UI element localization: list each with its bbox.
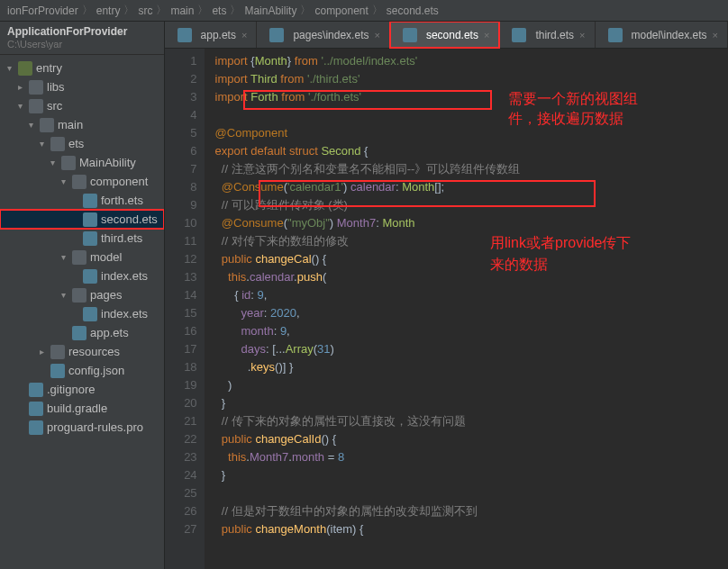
tree-item-third-ets[interactable]: third.ets	[0, 229, 164, 248]
code-line-3[interactable]: import Forth from './forth.ets'	[215, 88, 728, 106]
tab-app-ets[interactable]: app.ets×	[165, 22, 258, 48]
tab-third-ets[interactable]: third.ets×	[499, 22, 595, 48]
tree-item-app-ets[interactable]: app.ets	[0, 323, 164, 342]
tree-label: ets	[68, 137, 84, 150]
code-content[interactable]: import {Month} from '../model/index.ets'…	[205, 49, 728, 569]
code-line-22[interactable]: public changeCalId() {	[215, 430, 728, 448]
close-icon[interactable]: ×	[713, 30, 718, 41]
code-line-8[interactable]: @Consume('calendar1') calendar: Month[];	[215, 178, 728, 196]
fold-icon	[72, 288, 86, 303]
tree-item-libs[interactable]: ▸libs	[0, 77, 164, 96]
annotation-text: 需要一个新的视图组	[508, 90, 638, 109]
breadcrumb-item[interactable]: entry	[96, 5, 121, 17]
file-icon	[512, 28, 526, 42]
code-line-20[interactable]: }	[215, 394, 728, 412]
tab-second-ets[interactable]: second.ets×	[390, 22, 499, 48]
chevron-icon: ▾	[36, 139, 47, 149]
code-line-18[interactable]: .keys()] }	[215, 358, 728, 376]
tree-item-index-ets[interactable]: index.ets	[0, 304, 164, 323]
tree-label: build.gradle	[47, 402, 107, 415]
code-line-14[interactable]: { id: 9,	[215, 286, 728, 304]
breadcrumb-item[interactable]: ets	[212, 5, 226, 17]
tab-label: third.ets	[535, 29, 574, 41]
tree-label: index.ets	[101, 269, 148, 283]
tree-item-build-gradle[interactable]: build.gradle	[0, 399, 164, 418]
tree-item-pages[interactable]: ▾pages	[0, 285, 164, 304]
tree-item-resources[interactable]: ▸resources	[0, 342, 164, 361]
close-icon[interactable]: ×	[374, 30, 379, 41]
chevron-icon: ▾	[58, 176, 68, 186]
file-icon	[29, 420, 43, 435]
tree-item-ets[interactable]: ▾ets	[0, 134, 164, 153]
breadcrumb-item[interactable]: second.ets	[387, 5, 439, 17]
code-line-17[interactable]: days: [...Array(31)	[215, 340, 728, 358]
code-editor[interactable]: 1234567891011121314151617181920212223242…	[165, 49, 728, 569]
code-line-15[interactable]: year: 2020,	[215, 304, 728, 322]
chevron-icon: ▾	[4, 63, 14, 73]
file-icon	[83, 194, 97, 208]
fold-icon	[40, 118, 54, 132]
tree-item-index-ets[interactable]: index.ets	[0, 266, 164, 285]
code-line-23[interactable]: this.Month7.month = 8	[215, 448, 728, 466]
code-line-6[interactable]: export default struct Second {	[215, 142, 728, 160]
tree-item-second-ets[interactable]: second.ets	[0, 210, 164, 229]
tree-item-MainAbility[interactable]: ▾MainAbility	[0, 153, 164, 172]
code-line-16[interactable]: month: 9,	[215, 322, 728, 340]
code-line-7[interactable]: // 注意这两个别名和变量名不能相同--》可以跨组件传数组	[215, 160, 728, 178]
tree-item-main[interactable]: ▾main	[0, 115, 164, 134]
tree-label: resources	[68, 345, 120, 358]
project-path: C:\Users\yar	[7, 39, 62, 50]
code-line-19[interactable]: )	[215, 376, 728, 394]
tree-item-proguard-rules-pro[interactable]: proguard-rules.pro	[0, 418, 164, 437]
breadcrumb-item[interactable]: MainAbility	[244, 5, 296, 17]
code-line-11[interactable]: // 对传下来的数组的修改	[215, 232, 728, 250]
editor-area: app.ets×pages\index.ets×second.ets×third…	[165, 22, 728, 569]
fold-icon	[61, 156, 76, 170]
code-line-26[interactable]: // 但是对于数组中的对象的属性的改变却监测不到	[215, 502, 728, 520]
code-line-27[interactable]: public changeMonth(item) {	[215, 520, 728, 538]
breadcrumb-item[interactable]: ionForProvider	[7, 5, 78, 17]
tree-item-entry[interactable]: ▾entry	[0, 59, 164, 77]
close-icon[interactable]: ×	[579, 30, 585, 41]
tab-label: second.ets	[426, 29, 478, 41]
file-icon	[72, 326, 86, 340]
chevron-icon: ▸	[36, 347, 47, 357]
chevron-icon: ▾	[58, 290, 68, 300]
project-title: ApplicationForProvider	[7, 25, 127, 38]
tree-item--gitignore[interactable]: .gitignore	[0, 380, 164, 399]
code-line-21[interactable]: // 传下来的对象的属性可以直接改，这没有问题	[215, 412, 728, 430]
code-line-9[interactable]: // 可以跨组件传对象 (类)	[215, 196, 728, 214]
tree-item-model[interactable]: ▾model	[0, 248, 164, 266]
fold-icon	[29, 80, 43, 95]
tree-item-config-json[interactable]: config.json	[0, 361, 164, 380]
breadcrumb-item[interactable]: component	[314, 5, 368, 17]
code-line-10[interactable]: @Consume("myObj") Month7: Month	[215, 214, 728, 232]
code-line-4[interactable]	[215, 106, 728, 124]
fold-icon	[72, 250, 86, 265]
breadcrumb-item[interactable]: main	[170, 5, 194, 17]
close-icon[interactable]: ×	[241, 30, 247, 41]
file-icon	[83, 307, 97, 321]
code-line-5[interactable]: @Component	[215, 124, 728, 142]
fold-icon	[29, 99, 43, 113]
file-icon	[83, 269, 97, 284]
code-line-12[interactable]: public changeCal() {	[215, 250, 728, 268]
code-line-2[interactable]: import Third from './third.ets'	[215, 70, 728, 88]
tab-model-index-ets[interactable]: model\index.ets×	[596, 22, 728, 48]
breadcrumb-item[interactable]: src	[138, 5, 152, 17]
tree-item-component[interactable]: ▾component	[0, 172, 164, 191]
annotation-text: 用link或者provide传下	[490, 234, 631, 253]
tree-label: third.ets	[101, 231, 142, 245]
tree-label: entry	[36, 61, 62, 75]
tree-label: model	[90, 250, 122, 264]
code-line-24[interactable]: }	[215, 466, 728, 484]
chevron-icon: ▾	[47, 158, 58, 167]
code-line-1[interactable]: import {Month} from '../model/index.ets'	[215, 52, 728, 70]
close-icon[interactable]: ×	[484, 30, 489, 41]
project-tree[interactable]: ▾entry▸libs▾src▾main▾ets▾MainAbility▾com…	[0, 55, 164, 569]
tree-item-src[interactable]: ▾src	[0, 96, 164, 115]
code-line-13[interactable]: this.calendar.push(	[215, 268, 728, 286]
tab-pages-index-ets[interactable]: pages\index.ets×	[257, 22, 390, 48]
tree-item-forth-ets[interactable]: forth.ets	[0, 191, 164, 210]
code-line-25[interactable]	[215, 484, 728, 502]
